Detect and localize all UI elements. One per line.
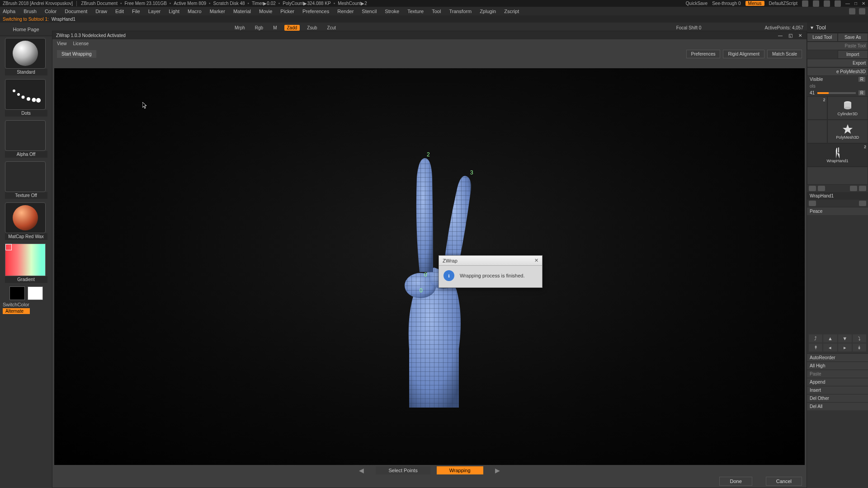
- sub-eye-1[interactable]: [809, 201, 816, 206]
- menu-material[interactable]: Material: [233, 9, 251, 14]
- close-app-icon[interactable]: ✕: [862, 1, 865, 6]
- save-as-button[interactable]: Save As: [838, 33, 868, 42]
- dialog-titlebar[interactable]: ZWrap ✕: [439, 256, 542, 266]
- move-down[interactable]: ↡: [853, 343, 866, 352]
- zsub-chip[interactable]: Zsub: [304, 25, 320, 30]
- visible-r[interactable]: R: [859, 77, 865, 82]
- alternate-button[interactable]: Alternate: [3, 308, 30, 314]
- menu-layer[interactable]: Layer: [148, 9, 161, 14]
- rgb-chip[interactable]: Rgb: [252, 25, 266, 30]
- zwrap-restore-icon[interactable]: ◱: [788, 33, 793, 38]
- delall-button[interactable]: Del All: [807, 402, 868, 410]
- tool-item-cylinder[interactable]: Cylinder3D: [827, 96, 868, 120]
- cancel-button[interactable]: Cancel: [766, 477, 802, 486]
- stroke-slot[interactable]: Dots: [5, 79, 47, 117]
- eye-icon-2[interactable]: [818, 186, 825, 191]
- make-polymesh-button[interactable]: e PolyMesh3D: [807, 67, 868, 76]
- paste-button[interactable]: Paste: [807, 370, 868, 378]
- zwrap-close-icon[interactable]: ✕: [797, 33, 803, 38]
- zwrap-titlebar[interactable]: ZWrap 1.0.3 Nodelocked Activated — ◱ ✕: [52, 31, 807, 39]
- step-next-icon[interactable]: ▶: [490, 467, 505, 474]
- zwrap-menu-license[interactable]: License: [73, 41, 89, 46]
- menu-document[interactable]: Document: [65, 9, 87, 14]
- eye-icon-1[interactable]: [809, 186, 816, 191]
- menu-transform[interactable]: Transform: [449, 9, 472, 14]
- menu-movie[interactable]: Movie: [259, 9, 272, 14]
- menu-tool[interactable]: Tool: [432, 9, 441, 14]
- refresh-icon[interactable]: [859, 8, 865, 14]
- tool-item-wraphand[interactable]: 2 WrapHand1: [807, 143, 868, 167]
- menu-preferences[interactable]: Preferences: [302, 9, 329, 14]
- rigid-alignment-button[interactable]: Rigid Alignment: [723, 50, 764, 58]
- r2[interactable]: R: [859, 90, 865, 95]
- brush-slot[interactable]: Standard: [5, 38, 47, 75]
- arrow-up-top[interactable]: ⤴: [809, 334, 822, 343]
- dialog-close-icon[interactable]: ✕: [534, 258, 538, 263]
- step-wrapping[interactable]: Wrapping: [437, 466, 483, 474]
- color-picker[interactable]: Gradient: [5, 244, 47, 283]
- menu-stencil[interactable]: Stencil: [362, 9, 377, 14]
- move-next[interactable]: ▸: [838, 343, 852, 352]
- titlebar-icon-1[interactable]: [802, 0, 808, 7]
- mrph-chip[interactable]: Mrph: [232, 25, 248, 30]
- swatch-white[interactable]: [28, 286, 43, 300]
- step-select-points[interactable]: Select Points: [376, 466, 430, 474]
- menu-zscript[interactable]: Zscript: [504, 9, 519, 14]
- lock-icon[interactable]: [835, 0, 841, 7]
- maximize-icon[interactable]: □: [854, 1, 857, 6]
- menu-zplugin[interactable]: Zplugin: [480, 9, 496, 14]
- menu-render[interactable]: Render: [337, 9, 354, 14]
- subtool-peace[interactable]: Peace: [807, 207, 868, 215]
- quicksave-button[interactable]: QuickSave: [686, 1, 708, 6]
- visible-label[interactable]: Visible: [810, 77, 823, 82]
- subtool-header[interactable]: WrapHand1: [807, 192, 868, 200]
- sub-eye-2[interactable]: [859, 201, 866, 206]
- menu-light[interactable]: Light: [169, 9, 179, 14]
- insert-button[interactable]: Insert: [807, 386, 868, 394]
- append-button[interactable]: Append: [807, 378, 868, 386]
- eye-icon-3[interactable]: [850, 186, 857, 191]
- move-prev[interactable]: ◂: [823, 343, 837, 352]
- arrow-up[interactable]: ▲: [823, 334, 837, 343]
- m-chip[interactable]: M: [270, 25, 279, 30]
- swatch-black[interactable]: [9, 286, 25, 300]
- zwrap-menu-view[interactable]: View: [57, 41, 67, 46]
- zwrap-viewport[interactable]: 2 3 0 0: [54, 68, 805, 465]
- default-zscript[interactable]: DefaultZScript: [769, 1, 797, 6]
- menu-file[interactable]: File: [132, 9, 140, 14]
- minimize-icon[interactable]: —: [845, 1, 850, 6]
- allhigh-button[interactable]: All High: [807, 361, 868, 370]
- menu-marker[interactable]: Marker: [210, 9, 225, 14]
- val-41[interactable]: 41: [810, 90, 815, 95]
- eye-icon-4[interactable]: [859, 186, 866, 191]
- menu-alpha[interactable]: Alpha: [3, 9, 15, 14]
- zadd-chip[interactable]: Zadd: [284, 25, 300, 31]
- switchcolor-label[interactable]: SwitchColor: [0, 302, 52, 307]
- zcut-chip[interactable]: Zcut: [325, 25, 339, 30]
- material-slot[interactable]: MatCap Red Wax: [5, 202, 47, 240]
- export-button[interactable]: Export: [807, 59, 868, 67]
- tool-item-polymesh[interactable]: PolyMesh3D: [827, 120, 868, 143]
- menus-toggle[interactable]: Menus: [745, 1, 764, 6]
- match-scale-button[interactable]: Match Scale: [767, 50, 802, 58]
- arrow-down-bottom[interactable]: ⤵: [853, 334, 866, 343]
- menu-texture[interactable]: Texture: [407, 9, 424, 14]
- menu-color[interactable]: Color: [45, 9, 57, 14]
- import-button[interactable]: Import: [838, 50, 868, 59]
- slider[interactable]: [817, 92, 856, 94]
- menu-picker[interactable]: Picker: [280, 9, 294, 14]
- zwrap-minimize-icon[interactable]: —: [778, 33, 783, 38]
- alpha-slot[interactable]: Alpha Off: [5, 120, 47, 158]
- arrow-down[interactable]: ▼: [838, 334, 852, 343]
- delother-button[interactable]: Del Other: [807, 394, 868, 402]
- autoreorder-button[interactable]: AutoReorder: [807, 353, 868, 361]
- menu-brush[interactable]: Brush: [24, 9, 37, 14]
- preferences-button[interactable]: Preferences: [686, 50, 721, 58]
- step-prev-icon[interactable]: ◀: [354, 467, 369, 474]
- tool-header[interactable]: ▾ Tool: [807, 23, 868, 33]
- load-tool-button[interactable]: Load Tool: [807, 33, 838, 42]
- toolbar-icon[interactable]: [849, 8, 855, 14]
- texture-slot[interactable]: Texture Off: [5, 161, 47, 199]
- menu-macro[interactable]: Macro: [188, 9, 202, 14]
- menu-edit[interactable]: Edit: [115, 9, 124, 14]
